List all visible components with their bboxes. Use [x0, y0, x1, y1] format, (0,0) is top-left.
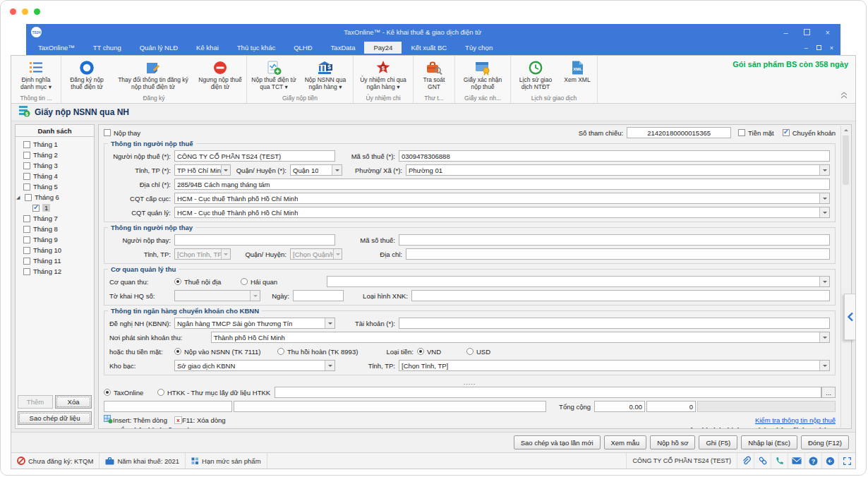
co-quan-thu-select[interactable]	[327, 276, 830, 287]
month-checkbox[interactable]	[23, 183, 30, 191]
quota-status[interactable]: Hạn mức sản phẩm	[186, 453, 267, 469]
tra-soat-gnt-button[interactable]: Tra soát GNT	[415, 58, 453, 91]
dropdown-arrow-icon[interactable]	[250, 291, 260, 301]
paperclip-icon[interactable]	[737, 453, 754, 469]
usd-radio[interactable]	[466, 348, 474, 355]
maximize-icon[interactable]	[804, 29, 810, 35]
quan-huyen-select[interactable]: Quận 10	[290, 164, 342, 176]
thu-hoi-hoan-radio[interactable]	[277, 348, 284, 355]
nop-thay-checkbox[interactable]	[104, 129, 111, 136]
tinh-tp-select[interactable]: TP Hồ Chí Minh	[174, 164, 231, 176]
them-button[interactable]: Thêm	[18, 395, 53, 409]
month-checkbox[interactable]	[23, 236, 30, 243]
tai-khoan-input[interactable]	[399, 318, 830, 329]
mdi-minimize-icon[interactable]: –	[804, 44, 808, 52]
sidebar-item-thang-8[interactable]: Tháng 8	[16, 224, 94, 234]
tien-mat-checkbox[interactable]	[738, 129, 745, 136]
browse-button[interactable]: ...	[821, 387, 836, 398]
phuong-xa-select[interactable]: Phường 01	[406, 164, 830, 176]
dia-chi-input[interactable]: 285/94B Cách mạng tháng tám	[174, 179, 830, 190]
month-checkbox[interactable]	[23, 247, 30, 254]
kiem-tra-thong-tin-link[interactable]: Kiểm tra thông tin nộp thuế	[755, 416, 836, 424]
link-icon[interactable]	[754, 453, 771, 469]
sidebar-item-thang-11[interactable]: Tháng 11	[16, 255, 94, 266]
nop-vao-nsnn-radio[interactable]	[174, 348, 181, 355]
sidebar-item-thang-4[interactable]: Tháng 4	[16, 171, 94, 181]
close-icon[interactable]: ×	[826, 28, 830, 37]
dropdown-arrow-icon[interactable]	[819, 165, 829, 175]
sidebar-item-thang-5[interactable]: Tháng 5	[16, 181, 94, 192]
month-checkbox[interactable]	[23, 152, 30, 159]
menu-tt-chung[interactable]: TT chung	[84, 42, 131, 54]
dropdown-arrow-icon[interactable]	[333, 249, 342, 259]
dia-chi-thay-input[interactable]	[406, 248, 830, 260]
tree-expander-icon[interactable]: ◢	[16, 195, 22, 200]
sidebar-item-thang-6-child-1[interactable]: 1	[16, 203, 94, 213]
dropdown-arrow-icon[interactable]	[332, 165, 342, 175]
month-checkbox[interactable]	[23, 268, 30, 275]
menu-taxdata[interactable]: TaxData	[322, 42, 365, 54]
minimize-icon[interactable]: –	[783, 28, 788, 37]
mdi-restore-icon[interactable]	[816, 45, 821, 50]
ngung-nop-thue-button[interactable]: Ngưng nộp thuế điện tử	[195, 58, 245, 91]
scrollbar-thumb[interactable]	[843, 135, 849, 185]
month-checkbox[interactable]	[25, 194, 32, 201]
ghi-button[interactable]: Ghi (F5)	[699, 435, 737, 449]
ribbon-collapse-icon[interactable]	[840, 89, 848, 102]
ngay-input[interactable]	[293, 290, 344, 301]
taxonline-source-radio[interactable]	[104, 389, 111, 396]
xoa-button[interactable]: Xóa	[55, 395, 92, 409]
dropdown-arrow-icon[interactable]	[819, 207, 829, 217]
dropdown-arrow-icon[interactable]	[221, 165, 230, 175]
month-checkbox[interactable]	[23, 226, 30, 233]
htkk-path-input[interactable]	[275, 387, 821, 398]
dropdown-arrow-icon[interactable]	[325, 318, 334, 328]
nguoi-nop-thue-input[interactable]: CÔNG TY CỔ PHẦN TS24 (TEST)	[174, 150, 335, 162]
sidebar-item-thang-12[interactable]: Tháng 12	[16, 266, 94, 277]
grid-cell-empty[interactable]	[234, 401, 546, 412]
dang-ky-nop-thue-button[interactable]: Đăng ký nộp thuế điện tử	[63, 58, 111, 91]
menu-taxonline[interactable]: TaxOnline™	[29, 42, 84, 54]
phone-icon[interactable]	[771, 453, 788, 469]
scroll-up-icon[interactable]	[841, 126, 850, 135]
month-checkbox[interactable]	[23, 173, 30, 180]
to-khai-hq-select[interactable]	[174, 290, 260, 301]
sidebar-item-thang-10[interactable]: Tháng 10	[16, 245, 94, 255]
thay-doi-thong-tin-button[interactable]: Thay đổi thông tin đăng ký nộp thuế điện…	[111, 58, 195, 91]
menu-quan-ly-nld[interactable]: Quản lý NLĐ	[131, 42, 187, 54]
nop-thue-qua-tct-button[interactable]: Nộp thuế điện tử qua TCT ▾	[248, 58, 299, 91]
xem-mau-button[interactable]: Xem mẫu	[604, 435, 647, 449]
month-checkbox[interactable]	[23, 258, 30, 265]
sidebar-item-thang-6[interactable]: ◢Tháng 6	[16, 192, 94, 203]
loai-hinh-xnk-input[interactable]	[411, 290, 830, 301]
tinh-tp-thay-select[interactable]: [Chọn Tỉnh, TP]	[174, 248, 231, 260]
grid-cell-empty[interactable]	[104, 401, 232, 412]
kho-bac-select[interactable]: Sở giao dịch KBNN	[174, 360, 335, 371]
dropdown-arrow-icon[interactable]	[819, 277, 829, 286]
sidebar-item-thang-3[interactable]: Tháng 3	[16, 160, 94, 171]
month-checkbox[interactable]	[23, 162, 30, 169]
close-light-icon[interactable]	[10, 8, 16, 15]
quan-huyen-thay-select[interactable]: [Chọn Quận/H...	[290, 248, 342, 260]
expand-icon[interactable]	[838, 453, 855, 469]
cqt-cap-cuc-select[interactable]: HCM - Cục thuế Thành phố Hồ Chí Minh	[174, 193, 830, 204]
dropdown-arrow-icon[interactable]	[325, 361, 334, 370]
ma-so-thue-thay-input[interactable]	[399, 234, 830, 246]
dong-button[interactable]: Đóng (F12)	[801, 435, 849, 449]
xem-xml-button[interactable]: XML Xem XML	[559, 58, 596, 85]
htkk-source-radio[interactable]	[157, 389, 164, 396]
sao-chep-va-tao-lan-moi-button[interactable]: Sao chép và tạo lần mới	[514, 435, 601, 449]
month-checkbox[interactable]	[23, 215, 30, 222]
menu-tuy-chon[interactable]: Tùy chọn	[456, 42, 502, 54]
nop-ho-so-button[interactable]: Nộp hồ sơ	[650, 435, 695, 449]
month-checkbox[interactable]	[23, 141, 30, 148]
chat-icon[interactable]	[821, 453, 838, 469]
giay-xac-nhan-button[interactable]: Giấy xác nhận nộp thuế	[457, 58, 509, 91]
lich-su-giao-dich-button[interactable]: Lịch sử giao dịch NTĐT	[512, 58, 559, 91]
dinh-nghia-danh-muc-button[interactable]: Định nghĩa danh mục ▾	[13, 58, 59, 91]
dropdown-arrow-icon[interactable]	[819, 332, 829, 342]
menu-ke-khai[interactable]: Kê khai	[187, 42, 228, 54]
minimize-light-icon[interactable]	[22, 8, 28, 15]
menu-thu-tuc-khac[interactable]: Thủ tục khác	[228, 42, 284, 54]
sao-chep-du-lieu-button[interactable]: Sao chép dữ liệu	[18, 411, 92, 425]
